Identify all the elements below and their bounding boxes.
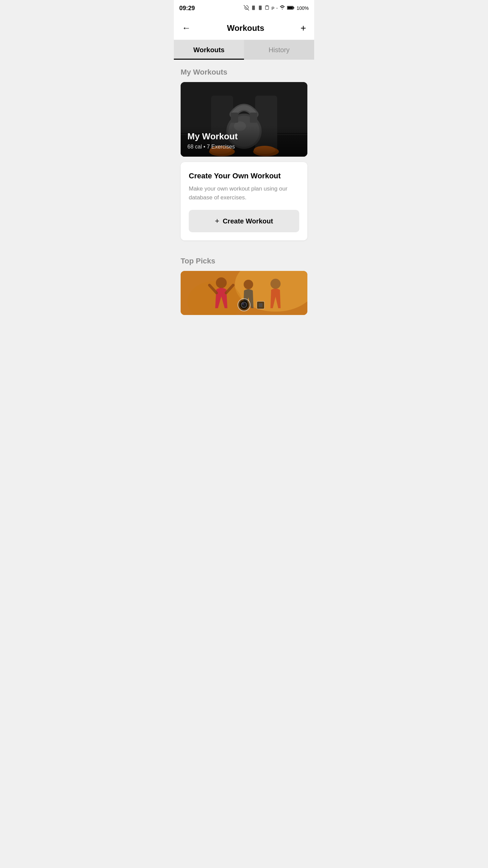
tabs: Workouts History: [174, 40, 314, 60]
workout-card-bg: My Workout 68 cal • 7 Exercises: [181, 82, 307, 157]
svg-rect-5: [266, 5, 268, 6]
nav-bar: ← Workouts +: [174, 16, 314, 40]
svg-rect-7: [293, 7, 294, 8]
svg-point-26: [216, 277, 227, 288]
battery-icon: [287, 5, 294, 11]
dot-icon: ●: [277, 7, 278, 9]
workout-card[interactable]: My Workout 68 cal • 7 Exercises: [181, 82, 307, 157]
workout-meta: 68 cal • 7 Exercises: [187, 144, 301, 150]
wifi-icon: [280, 5, 285, 12]
create-workout-title: Create Your Own Workout: [189, 172, 299, 180]
create-workout-button[interactable]: + Create Workout: [189, 210, 299, 232]
workout-name: My Workout: [187, 131, 301, 142]
tab-workouts[interactable]: Workouts: [174, 40, 244, 60]
back-button[interactable]: ←: [181, 21, 192, 35]
phone-icon-1: [251, 5, 256, 11]
svg-rect-22: [250, 113, 257, 123]
svg-point-29: [244, 280, 253, 289]
tab-history[interactable]: History: [244, 40, 314, 60]
svg-rect-21: [231, 113, 238, 123]
status-time: 09:29: [179, 5, 195, 12]
svg-point-30: [270, 279, 281, 289]
notification-muted-icon: [244, 5, 249, 12]
top-picks-title: Top Picks: [174, 249, 314, 271]
status-bar: 09:29 P ●: [174, 0, 314, 16]
svg-point-34: [242, 303, 244, 305]
clipboard-icon: [265, 5, 269, 11]
parking-icon: P: [271, 6, 274, 11]
create-workout-desc: Make your own workout plan using our dat…: [189, 184, 299, 202]
create-workout-button-label: Create Workout: [223, 217, 273, 225]
create-workout-plus-icon: +: [215, 217, 219, 225]
workout-card-overlay: My Workout 68 cal • 7 Exercises: [181, 126, 307, 157]
phone-icon-2: [258, 5, 263, 11]
status-icons: P ● 100%: [244, 5, 309, 12]
svg-point-33: [241, 302, 247, 308]
my-workouts-title: My Workouts: [174, 60, 314, 82]
svg-rect-36: [259, 303, 263, 307]
svg-rect-8: [287, 7, 293, 9]
add-button[interactable]: +: [299, 21, 307, 35]
svg-rect-3: [259, 5, 262, 10]
page-title: Workouts: [227, 23, 264, 33]
content: My Workouts: [174, 60, 314, 315]
svg-rect-1: [252, 5, 255, 10]
create-workout-card: Create Your Own Workout Make your own wo…: [181, 162, 307, 240]
battery-percentage: 100%: [297, 5, 309, 11]
top-picks-card[interactable]: [181, 271, 307, 315]
